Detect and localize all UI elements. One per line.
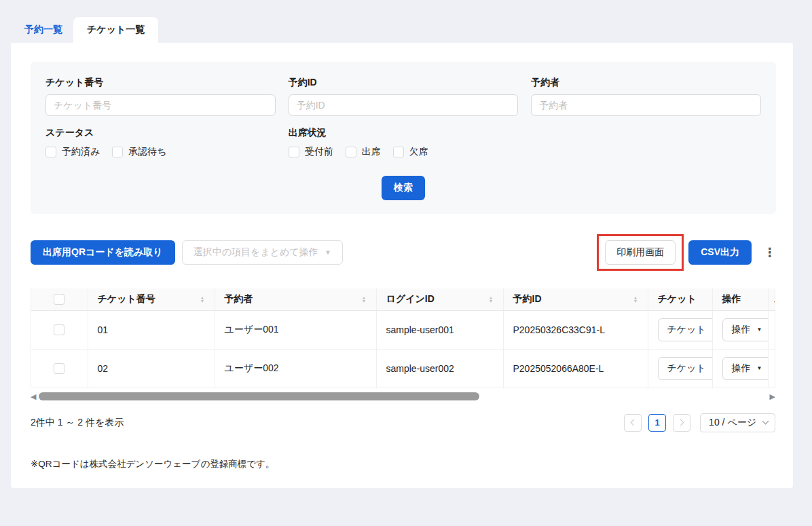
checkbox-before-reception-label: 受付前 xyxy=(305,146,333,158)
next-page-button[interactable] xyxy=(673,414,690,432)
sort-icon[interactable]: ▲▼ xyxy=(362,296,367,303)
cell-clipped xyxy=(768,310,775,349)
checkbox-absent-label: 欠席 xyxy=(409,146,428,158)
search-button[interactable]: 検索 xyxy=(382,176,425,200)
header-label: チケット番号 xyxy=(98,293,155,305)
ticket-list-panel: チケット番号 予約ID 予約者 ステータス 予約済み xyxy=(11,43,793,488)
checkbox-icon xyxy=(346,147,356,157)
bulk-action-button[interactable]: 選択中の項目をまとめて操作 ▼ xyxy=(182,240,343,265)
ticket-number-input[interactable] xyxy=(45,94,276,116)
row-checkbox[interactable] xyxy=(54,324,64,335)
cell-clipped xyxy=(768,349,775,388)
filter-spacer xyxy=(531,127,761,158)
horizontal-scrollbar: ◀ ▶ xyxy=(31,392,775,401)
header-ticket-number: チケット番号 ▲▼ xyxy=(88,288,215,310)
cell-login-id: sample-user001 xyxy=(376,310,503,349)
qr-read-button[interactable]: 出席用QRコードを読み取り xyxy=(31,240,175,265)
qr-trademark-note: ※QRコードは株式会社デンソーウェーブの登録商標です。 xyxy=(31,458,776,470)
more-options-icon[interactable]: ⋮ xyxy=(764,246,776,259)
checkbox-absent[interactable]: 欠席 xyxy=(393,146,428,158)
header-action: 操作 xyxy=(712,288,768,310)
attendance-group: 出席状況 受付前 出席 欠席 xyxy=(289,127,519,158)
cell-reservation-id: P20250326C33C91-L xyxy=(503,310,648,349)
scrollbar-track[interactable] xyxy=(39,392,767,400)
toolbar: 出席用QRコードを読み取り 選択中の項目をまとめて操作 ▼ 印刷用画面 CSV出… xyxy=(31,234,776,271)
checkbox-attended[interactable]: 出席 xyxy=(346,146,381,158)
annotation-highlight-box: 印刷用画面 xyxy=(597,234,684,271)
select-all-checkbox[interactable] xyxy=(54,294,64,305)
row-checkbox[interactable] xyxy=(54,363,64,374)
page-size-select[interactable]: 10 / ページ xyxy=(700,413,775,432)
reservation-id-label: 予約ID xyxy=(289,77,519,89)
table-row: 02 ユーザー002 sample-user002 P2025052066A80… xyxy=(31,349,775,388)
sort-icon[interactable]: ▲▼ xyxy=(489,296,494,303)
filter-fields-row: チケット番号 予約ID 予約者 xyxy=(45,77,761,116)
header-reserver: 予約者 ▲▼ xyxy=(215,288,376,310)
header-reservation-id: 予約ID ▲▼ xyxy=(503,288,648,310)
bulk-action-label: 選択中の項目をまとめて操作 xyxy=(193,246,318,259)
checkbox-before-reception[interactable]: 受付前 xyxy=(289,146,333,158)
search-filter-panel: チケット番号 予約ID 予約者 ステータス 予約済み xyxy=(31,62,776,214)
cell-reserver: ユーザー001 xyxy=(215,310,376,349)
scroll-left-icon[interactable]: ◀ xyxy=(31,393,36,400)
cell-reserver: ユーザー002 xyxy=(215,349,376,388)
action-label: 操作 xyxy=(732,324,751,336)
pagination: 1 10 / ページ xyxy=(617,413,775,432)
table-row: 01 ユーザー001 sample-user001 P20250326C33C9… xyxy=(31,310,775,349)
reservation-id-input[interactable] xyxy=(289,94,519,116)
ticket-button[interactable]: チケット xyxy=(658,357,713,380)
field-ticket-number: チケット番号 xyxy=(45,77,276,116)
filter-checkbox-row: ステータス 予約済み 承認待ち 出席状況 xyxy=(45,127,761,158)
chevron-left-icon xyxy=(631,419,638,426)
checkbox-attended-label: 出席 xyxy=(362,146,381,158)
checkbox-icon xyxy=(45,147,56,157)
status-group: ステータス 予約済み 承認待ち xyxy=(45,127,276,158)
chevron-right-icon xyxy=(678,419,684,426)
attendance-label: 出席状況 xyxy=(289,127,519,139)
checkbox-reserved[interactable]: 予約済み xyxy=(45,146,100,158)
cell-login-id: sample-user002 xyxy=(376,349,503,388)
page-size-value: 10 / ページ xyxy=(709,417,756,429)
header-clipped-column: ス xyxy=(768,288,775,310)
header-label: ログインID xyxy=(386,293,435,305)
chevron-down-icon xyxy=(762,418,769,425)
header-label: 予約者 xyxy=(225,293,253,305)
field-reservation-id: 予約ID xyxy=(289,77,519,116)
tab-ticket-list[interactable]: チケット一覧 xyxy=(73,17,158,43)
ticket-number-label: チケット番号 xyxy=(45,77,276,89)
cell-ticket-number: 01 xyxy=(88,310,215,349)
reserver-label: 予約者 xyxy=(531,77,761,89)
header-login-id: ログインID ▲▼ xyxy=(376,288,503,310)
status-label: ステータス xyxy=(45,127,276,139)
checkbox-icon xyxy=(289,147,299,157)
checkbox-icon xyxy=(112,147,123,157)
sort-icon[interactable]: ▲▼ xyxy=(200,296,205,303)
ticket-button[interactable]: チケット xyxy=(658,318,713,341)
page-1-button[interactable]: 1 xyxy=(648,414,666,432)
chevron-down-icon: ▼ xyxy=(757,366,762,371)
chevron-down-icon: ▼ xyxy=(757,327,762,333)
chevron-down-icon: ▼ xyxy=(325,250,331,256)
print-view-button[interactable]: 印刷用画面 xyxy=(605,240,676,265)
scrollbar-thumb[interactable] xyxy=(39,392,479,400)
csv-export-button[interactable]: CSV出力 xyxy=(688,240,752,265)
header-ticket: チケット xyxy=(648,288,712,310)
reserver-input[interactable] xyxy=(531,94,761,116)
checkbox-pending-approval-label: 承認待ち xyxy=(128,146,166,158)
action-dropdown-button[interactable]: 操作 ▼ xyxy=(722,357,769,380)
action-label: 操作 xyxy=(732,362,751,375)
table-header-row: チケット番号 ▲▼ 予約者 ▲▼ ログインID ▲▼ xyxy=(31,288,775,310)
sort-icon[interactable]: ▲▼ xyxy=(633,296,638,303)
cell-reservation-id: P2025052066A80E-L xyxy=(503,349,648,388)
scroll-right-icon[interactable]: ▶ xyxy=(770,393,775,400)
action-dropdown-button[interactable]: 操作 ▼ xyxy=(722,318,769,341)
header-select-all xyxy=(31,288,88,310)
ticket-table: チケット番号 ▲▼ 予約者 ▲▼ ログインID ▲▼ xyxy=(31,288,775,388)
tab-bar: 予約一覧 チケット一覧 xyxy=(0,0,812,43)
checkbox-pending-approval[interactable]: 承認待ち xyxy=(112,146,166,158)
field-reserver: 予約者 xyxy=(531,77,761,116)
checkbox-icon xyxy=(393,147,404,157)
prev-page-button[interactable] xyxy=(624,414,642,432)
header-label: 予約ID xyxy=(513,293,542,305)
tab-reservation-list[interactable]: 予約一覧 xyxy=(14,17,73,43)
